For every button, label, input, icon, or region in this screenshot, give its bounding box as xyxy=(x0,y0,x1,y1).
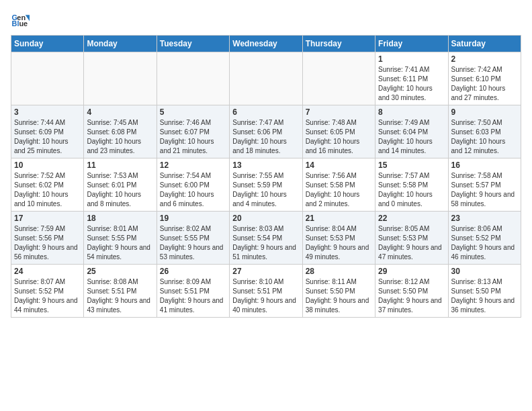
day-info: Sunrise: 8:08 AM Sunset: 5:51 PM Dayligh… xyxy=(87,277,153,315)
day-info: Sunrise: 7:47 AM Sunset: 6:06 PM Dayligh… xyxy=(232,118,299,156)
day-number: 3 xyxy=(14,107,81,117)
svg-text:ue: ue xyxy=(19,19,28,28)
day-cell: 4Sunrise: 7:45 AM Sunset: 6:08 PM Daylig… xyxy=(84,105,157,158)
day-number: 8 xyxy=(378,107,445,117)
day-number: 7 xyxy=(306,107,372,117)
day-cell xyxy=(11,52,84,105)
day-info: Sunrise: 7:49 AM Sunset: 6:04 PM Dayligh… xyxy=(378,118,445,156)
col-header-sunday: Sunday xyxy=(11,36,84,52)
day-cell: 20Sunrise: 8:03 AM Sunset: 5:54 PM Dayli… xyxy=(230,212,302,265)
day-number: 13 xyxy=(232,161,299,170)
day-cell: 21Sunrise: 8:04 AM Sunset: 5:53 PM Dayli… xyxy=(302,212,375,265)
day-cell: 3Sunrise: 7:44 AM Sunset: 6:09 PM Daylig… xyxy=(11,105,84,158)
day-cell: 24Sunrise: 8:07 AM Sunset: 5:52 PM Dayli… xyxy=(11,265,84,318)
calendar-header-row: SundayMondayTuesdayWednesdayThursdayFrid… xyxy=(11,36,521,52)
calendar: SundayMondayTuesdayWednesdayThursdayFrid… xyxy=(11,35,521,318)
day-info: Sunrise: 7:46 AM Sunset: 6:07 PM Dayligh… xyxy=(160,118,226,156)
day-info: Sunrise: 7:54 AM Sunset: 6:00 PM Dayligh… xyxy=(160,171,226,209)
day-cell: 11Sunrise: 7:53 AM Sunset: 6:01 PM Dayli… xyxy=(84,158,157,212)
day-cell: 19Sunrise: 8:02 AM Sunset: 5:55 PM Dayli… xyxy=(157,212,229,265)
day-cell: 16Sunrise: 7:58 AM Sunset: 5:57 PM Dayli… xyxy=(448,158,521,212)
day-info: Sunrise: 7:59 AM Sunset: 5:56 PM Dayligh… xyxy=(14,224,81,262)
day-number: 27 xyxy=(232,267,299,276)
day-info: Sunrise: 7:56 AM Sunset: 5:58 PM Dayligh… xyxy=(306,171,372,209)
day-cell: 13Sunrise: 7:55 AM Sunset: 5:59 PM Dayli… xyxy=(230,158,302,212)
day-cell: 15Sunrise: 7:57 AM Sunset: 5:58 PM Dayli… xyxy=(375,158,448,212)
day-number: 19 xyxy=(160,214,226,223)
day-cell xyxy=(230,52,302,105)
day-info: Sunrise: 7:41 AM Sunset: 6:11 PM Dayligh… xyxy=(378,65,445,103)
day-info: Sunrise: 7:50 AM Sunset: 6:03 PM Dayligh… xyxy=(451,118,518,156)
logo: G en Bl ue xyxy=(11,11,32,30)
day-info: Sunrise: 8:03 AM Sunset: 5:54 PM Dayligh… xyxy=(232,224,299,262)
day-cell: 6Sunrise: 7:47 AM Sunset: 6:06 PM Daylig… xyxy=(230,105,302,158)
day-info: Sunrise: 7:57 AM Sunset: 5:58 PM Dayligh… xyxy=(378,171,445,209)
day-cell: 1Sunrise: 7:41 AM Sunset: 6:11 PM Daylig… xyxy=(375,52,448,105)
day-number: 9 xyxy=(451,107,518,117)
day-info: Sunrise: 8:01 AM Sunset: 5:55 PM Dayligh… xyxy=(87,224,153,262)
day-cell: 26Sunrise: 8:09 AM Sunset: 5:51 PM Dayli… xyxy=(157,265,229,318)
day-info: Sunrise: 8:09 AM Sunset: 5:51 PM Dayligh… xyxy=(160,277,226,315)
day-info: Sunrise: 7:48 AM Sunset: 6:05 PM Dayligh… xyxy=(306,118,372,156)
week-row-3: 10Sunrise: 7:52 AM Sunset: 6:02 PM Dayli… xyxy=(11,158,521,212)
day-number: 14 xyxy=(306,161,372,170)
day-number: 6 xyxy=(232,107,299,117)
day-info: Sunrise: 7:44 AM Sunset: 6:09 PM Dayligh… xyxy=(14,118,81,156)
day-cell xyxy=(157,52,229,105)
day-info: Sunrise: 7:53 AM Sunset: 6:01 PM Dayligh… xyxy=(87,171,153,209)
day-cell: 29Sunrise: 8:12 AM Sunset: 5:50 PM Dayli… xyxy=(375,265,448,318)
day-number: 15 xyxy=(378,161,445,170)
day-info: Sunrise: 7:55 AM Sunset: 5:59 PM Dayligh… xyxy=(232,171,299,209)
day-number: 26 xyxy=(160,267,226,276)
day-number: 24 xyxy=(14,267,81,276)
day-number: 28 xyxy=(306,267,372,276)
day-number: 18 xyxy=(87,214,153,223)
day-cell: 2Sunrise: 7:42 AM Sunset: 6:10 PM Daylig… xyxy=(448,52,521,105)
day-info: Sunrise: 8:07 AM Sunset: 5:52 PM Dayligh… xyxy=(14,277,81,315)
day-info: Sunrise: 7:58 AM Sunset: 5:57 PM Dayligh… xyxy=(451,171,518,209)
day-cell: 25Sunrise: 8:08 AM Sunset: 5:51 PM Dayli… xyxy=(84,265,157,318)
day-number: 25 xyxy=(87,267,153,276)
day-number: 12 xyxy=(160,161,226,170)
logo-icon: G en Bl ue xyxy=(11,11,30,30)
week-row-1: 1Sunrise: 7:41 AM Sunset: 6:11 PM Daylig… xyxy=(11,52,521,105)
day-number: 11 xyxy=(87,161,153,170)
day-info: Sunrise: 7:52 AM Sunset: 6:02 PM Dayligh… xyxy=(14,171,81,209)
col-header-friday: Friday xyxy=(375,36,448,52)
day-cell: 27Sunrise: 8:10 AM Sunset: 5:51 PM Dayli… xyxy=(230,265,302,318)
day-number: 5 xyxy=(160,107,226,117)
week-row-4: 17Sunrise: 7:59 AM Sunset: 5:56 PM Dayli… xyxy=(11,212,521,265)
day-cell: 9Sunrise: 7:50 AM Sunset: 6:03 PM Daylig… xyxy=(448,105,521,158)
day-info: Sunrise: 8:06 AM Sunset: 5:52 PM Dayligh… xyxy=(451,224,518,262)
day-cell: 17Sunrise: 7:59 AM Sunset: 5:56 PM Dayli… xyxy=(11,212,84,265)
day-cell: 10Sunrise: 7:52 AM Sunset: 6:02 PM Dayli… xyxy=(11,158,84,212)
day-number: 4 xyxy=(87,107,153,117)
day-cell: 18Sunrise: 8:01 AM Sunset: 5:55 PM Dayli… xyxy=(84,212,157,265)
day-number: 10 xyxy=(14,161,81,170)
day-info: Sunrise: 8:04 AM Sunset: 5:53 PM Dayligh… xyxy=(306,224,372,262)
day-number: 30 xyxy=(451,267,518,276)
day-number: 2 xyxy=(451,54,518,64)
day-number: 20 xyxy=(232,214,299,223)
col-header-wednesday: Wednesday xyxy=(230,36,302,52)
day-number: 17 xyxy=(14,214,81,223)
week-row-2: 3Sunrise: 7:44 AM Sunset: 6:09 PM Daylig… xyxy=(11,105,521,158)
day-cell: 12Sunrise: 7:54 AM Sunset: 6:00 PM Dayli… xyxy=(157,158,229,212)
header: G en Bl ue xyxy=(11,11,521,30)
day-info: Sunrise: 8:10 AM Sunset: 5:51 PM Dayligh… xyxy=(232,277,299,315)
day-info: Sunrise: 7:45 AM Sunset: 6:08 PM Dayligh… xyxy=(87,118,153,156)
day-cell: 5Sunrise: 7:46 AM Sunset: 6:07 PM Daylig… xyxy=(157,105,229,158)
day-cell: 7Sunrise: 7:48 AM Sunset: 6:05 PM Daylig… xyxy=(302,105,375,158)
col-header-tuesday: Tuesday xyxy=(157,36,229,52)
day-info: Sunrise: 8:02 AM Sunset: 5:55 PM Dayligh… xyxy=(160,224,226,262)
day-number: 23 xyxy=(451,214,518,223)
day-cell: 30Sunrise: 8:13 AM Sunset: 5:50 PM Dayli… xyxy=(448,265,521,318)
day-cell: 14Sunrise: 7:56 AM Sunset: 5:58 PM Dayli… xyxy=(302,158,375,212)
day-cell: 8Sunrise: 7:49 AM Sunset: 6:04 PM Daylig… xyxy=(375,105,448,158)
day-info: Sunrise: 7:42 AM Sunset: 6:10 PM Dayligh… xyxy=(451,65,518,103)
day-number: 21 xyxy=(306,214,372,223)
day-cell xyxy=(84,52,157,105)
col-header-thursday: Thursday xyxy=(302,36,375,52)
col-header-monday: Monday xyxy=(84,36,157,52)
day-info: Sunrise: 8:13 AM Sunset: 5:50 PM Dayligh… xyxy=(451,277,518,315)
